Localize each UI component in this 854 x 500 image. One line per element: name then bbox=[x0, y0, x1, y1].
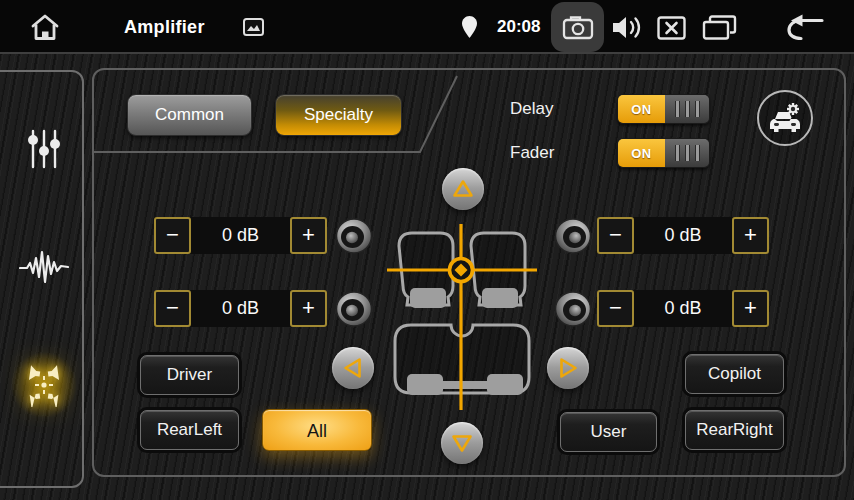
speaker-balance-icon bbox=[22, 363, 66, 407]
volume-icon[interactable] bbox=[611, 14, 642, 41]
close-window-icon[interactable] bbox=[657, 16, 686, 40]
preset-rearleft-button[interactable]: RearLeft bbox=[140, 410, 239, 450]
clock: 20:08 bbox=[497, 1, 540, 53]
front-right-seat-base bbox=[482, 288, 518, 308]
tab-specialty[interactable]: Specialty bbox=[275, 94, 402, 136]
camera-button[interactable] bbox=[551, 2, 604, 52]
delay-label: Delay bbox=[510, 95, 553, 123]
rear-right-speaker-icon bbox=[553, 289, 593, 329]
car-settings-icon bbox=[767, 101, 803, 135]
preset-rearright-button[interactable]: RearRight bbox=[685, 410, 784, 450]
amplifier-panel: Common Specialty Delay ON Fader ON bbox=[92, 68, 846, 477]
front-right-value: 0 dB bbox=[634, 217, 732, 254]
seat-map[interactable] bbox=[387, 222, 537, 412]
front-left-value: 0 dB bbox=[191, 217, 290, 254]
front-left-plus-button[interactable]: + bbox=[290, 217, 327, 254]
front-right-plus-button[interactable]: + bbox=[732, 217, 769, 254]
front-right-gain: − 0 dB + bbox=[597, 217, 769, 254]
sidebar-item-speaker-balance[interactable] bbox=[21, 361, 67, 409]
fader-toggle-grip bbox=[665, 139, 709, 167]
arrow-up-icon bbox=[442, 168, 484, 210]
rear-right-gain: − 0 dB + bbox=[597, 290, 769, 327]
move-up-button[interactable] bbox=[442, 168, 484, 210]
rear-left-speaker-icon bbox=[334, 289, 374, 329]
page-title: Amplifier bbox=[124, 1, 205, 53]
move-left-button[interactable] bbox=[332, 347, 374, 389]
preset-driver-button[interactable]: Driver bbox=[140, 355, 239, 395]
fader-toggle[interactable]: ON bbox=[617, 138, 710, 168]
equalizer-sliders-icon bbox=[24, 127, 64, 171]
arrow-right-icon bbox=[547, 347, 589, 389]
tab-common[interactable]: Common bbox=[127, 94, 252, 136]
delay-toggle-on: ON bbox=[618, 95, 665, 123]
preset-copilot-button[interactable]: Copilot bbox=[685, 354, 784, 394]
sidebar-item-sound-effect[interactable] bbox=[19, 246, 69, 288]
move-right-button[interactable] bbox=[547, 347, 589, 389]
back-icon[interactable] bbox=[785, 14, 825, 41]
arrow-left-icon bbox=[332, 347, 374, 389]
delay-toggle-grip bbox=[665, 95, 709, 123]
fader-label: Fader bbox=[510, 139, 554, 167]
camera-icon bbox=[562, 14, 594, 40]
waveform-icon bbox=[19, 247, 69, 287]
rear-left-minus-button[interactable]: − bbox=[154, 290, 191, 327]
arrow-down-icon bbox=[441, 422, 483, 464]
status-bar: Amplifier 20:08 bbox=[0, 0, 854, 54]
sidebar-item-equalizer[interactable] bbox=[22, 126, 66, 172]
fader-toggle-on: ON bbox=[618, 139, 665, 167]
front-left-seat-base bbox=[410, 288, 446, 308]
rear-right-minus-button[interactable]: − bbox=[597, 290, 634, 327]
preset-user-button[interactable]: User bbox=[560, 412, 657, 452]
location-pin-icon bbox=[461, 15, 478, 39]
rear-right-plus-button[interactable]: + bbox=[732, 290, 769, 327]
recent-apps-icon[interactable] bbox=[702, 15, 738, 40]
front-left-gain: − 0 dB + bbox=[154, 217, 327, 254]
front-right-speaker-icon bbox=[553, 216, 593, 256]
car-settings-button[interactable] bbox=[757, 90, 813, 146]
rear-left-plus-button[interactable]: + bbox=[290, 290, 327, 327]
front-right-minus-button[interactable]: − bbox=[597, 217, 634, 254]
home-icon[interactable] bbox=[28, 12, 62, 42]
gallery-icon[interactable] bbox=[243, 18, 264, 36]
preset-all-button[interactable]: All bbox=[262, 409, 372, 451]
delay-toggle[interactable]: ON bbox=[617, 94, 710, 124]
rear-left-gain: − 0 dB + bbox=[154, 290, 327, 327]
move-down-button[interactable] bbox=[441, 422, 483, 464]
front-left-speaker-icon bbox=[334, 216, 374, 256]
amplifier-screen: Amplifier 20:08 bbox=[0, 0, 854, 500]
front-left-minus-button[interactable]: − bbox=[154, 217, 191, 254]
rear-right-value: 0 dB bbox=[634, 290, 732, 327]
rear-left-value: 0 dB bbox=[191, 290, 290, 327]
